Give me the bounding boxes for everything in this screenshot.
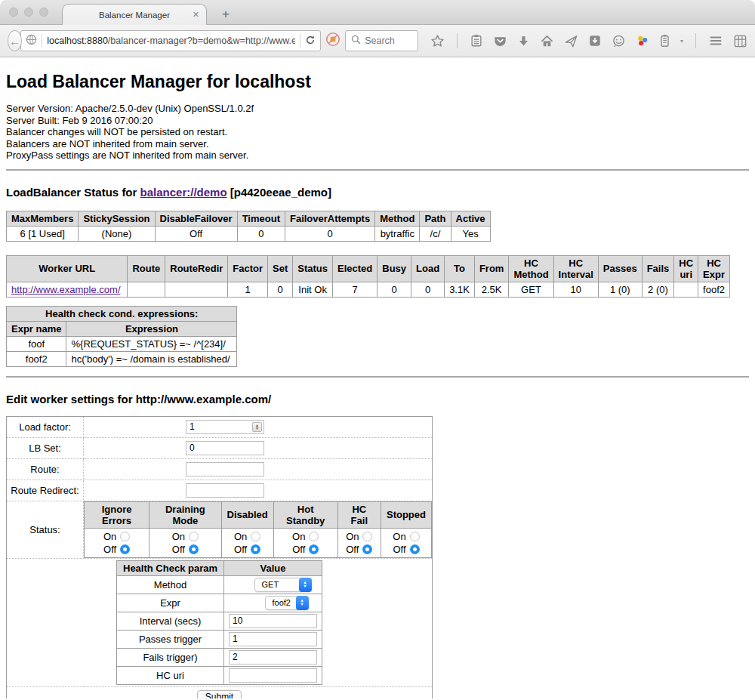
- persist-note-line: Balancer changes will NOT be persisted o…: [6, 126, 749, 138]
- cell-load: 0: [411, 282, 445, 297]
- tab-balancer-manager[interactable]: Balancer Manager ✕: [62, 4, 207, 25]
- send-plane-icon[interactable]: [564, 34, 578, 48]
- col-from: From: [474, 255, 509, 282]
- off-label: Off: [393, 543, 405, 556]
- edit-worker-heading: Edit worker settings for http://www.exam…: [6, 393, 749, 406]
- proxypass-note-line: ProxyPass settings are NOT inherited fro…: [6, 150, 749, 162]
- close-window-button[interactable]: [9, 8, 18, 17]
- cell-routeredir: [165, 282, 228, 297]
- reload-icon[interactable]: [305, 35, 316, 48]
- cell-status: Init Ok: [293, 282, 333, 297]
- server-version-line: Server Version: Apache/2.5.0-dev (Unix) …: [6, 103, 749, 115]
- route-input[interactable]: [186, 462, 264, 476]
- home-icon[interactable]: [540, 34, 554, 48]
- tab-close-icon[interactable]: ✕: [193, 10, 199, 19]
- interval-input[interactable]: [229, 614, 317, 628]
- globe-icon: [26, 34, 37, 48]
- passes-input[interactable]: [229, 632, 317, 646]
- route-redirect-input[interactable]: [186, 483, 264, 498]
- col-status: Status: [293, 255, 333, 282]
- menu-hamburger-icon[interactable]: [708, 34, 723, 48]
- hc-expr-row: Expr foof2 ▲▼: [117, 594, 322, 612]
- cell-busy: 0: [378, 282, 411, 297]
- health-check-table: Health Check param Value Method GET ▲▼: [116, 560, 322, 685]
- ignore-errors-off-radio[interactable]: [120, 544, 130, 554]
- bookmark-star-icon[interactable]: [430, 34, 445, 48]
- on-label: On: [234, 530, 247, 543]
- balancer-demo-link[interactable]: balancer://demo: [140, 186, 227, 199]
- search-input[interactable]: Search: [345, 30, 418, 51]
- lb-set-input[interactable]: [186, 441, 264, 455]
- status-heading-prefix: LoadBalancer Status for: [6, 186, 140, 199]
- cell-hc-interval: 10: [553, 282, 598, 297]
- col-expression: Expression: [66, 321, 237, 336]
- lb-set-row: LB Set:: [7, 437, 433, 458]
- window-controls[interactable]: [9, 8, 48, 17]
- hc-fail-on-radio[interactable]: [362, 532, 372, 541]
- off-label: Off: [234, 543, 247, 556]
- cell-disablefailover: Off: [155, 226, 237, 241]
- hot-standby-on-radio[interactable]: [309, 532, 319, 541]
- adblock-icon[interactable]: [325, 32, 341, 50]
- fails-input[interactable]: [229, 650, 317, 665]
- status-row: Status: Ignore Errors Draining Mode Disa…: [7, 501, 433, 558]
- reading-list-icon[interactable]: [470, 34, 483, 48]
- page-content: Load Balancer Manager for localhost Serv…: [0, 57, 755, 698]
- stopped-off-radio[interactable]: [410, 544, 420, 554]
- divider2: [6, 376, 749, 378]
- on-label: On: [292, 530, 305, 543]
- hc-fails-row: Fails trigger): [117, 648, 322, 666]
- tab-title: Balancer Manager: [99, 11, 170, 20]
- hot-standby-off-radio[interactable]: [309, 544, 319, 554]
- cell-passes: 1 (0): [598, 282, 642, 297]
- url-host: localhost:8880: [47, 35, 108, 46]
- draining-mode-on-radio[interactable]: [189, 532, 199, 541]
- toolbar-separator: [457, 33, 458, 48]
- hc-uri-input[interactable]: [229, 668, 317, 683]
- hc-uri-row: HC uri: [117, 666, 322, 684]
- chevron-down-icon[interactable]: ▾: [680, 38, 683, 45]
- off-label: Off: [103, 543, 116, 556]
- number-stepper-icon[interactable]: ▲▼: [252, 422, 262, 432]
- status-header-row: Ignore Errors Draining Mode Disabled Hot…: [85, 501, 432, 528]
- disabled-off-radio[interactable]: [251, 544, 260, 554]
- off-label: Off: [292, 543, 305, 556]
- url-text[interactable]: localhost:8880/balancer-manager?b=demo&w…: [47, 35, 295, 46]
- new-tab-button[interactable]: +: [217, 7, 234, 22]
- worker-url-link[interactable]: http://www.example.com/: [11, 284, 121, 295]
- ignore-errors-on-radio[interactable]: [120, 532, 130, 541]
- col-routeredir: RouteRedir: [165, 255, 228, 282]
- browser-window: Balancer Manager ✕ + ← localhost:8880/ba…: [0, 0, 755, 700]
- balancer-status-table: MaxMembers StickySession DisableFailover…: [6, 211, 491, 242]
- save-to-device-icon[interactable]: [588, 34, 602, 48]
- expr-select[interactable]: foof2 ▲▼: [265, 596, 309, 610]
- col-hc-expr: HC Expr: [698, 255, 730, 282]
- urlbar-divider2: [300, 34, 300, 48]
- col-route: Route: [128, 255, 165, 282]
- submit-button[interactable]: Submit: [197, 690, 242, 698]
- tab-bar: Balancer Manager ✕ +: [0, 0, 755, 25]
- urlbar-divider: [42, 34, 42, 48]
- hc-fail-off-radio[interactable]: [362, 544, 372, 554]
- server-built-line: Server Built: Feb 9 2016 07:00:20: [6, 115, 749, 127]
- off-label: Off: [172, 543, 185, 556]
- expr-table-title: Health check cond. expressions:: [7, 306, 237, 321]
- download-icon[interactable]: [517, 35, 530, 48]
- method-select[interactable]: GET ▲▼: [254, 578, 312, 592]
- cell-method: bytraffic: [375, 226, 420, 241]
- pocket-icon[interactable]: [493, 34, 507, 48]
- battery-status-icon[interactable]: [659, 34, 670, 48]
- disabled-on-radio[interactable]: [251, 532, 260, 541]
- draining-mode-off-radio[interactable]: [189, 544, 199, 554]
- cell-elected: 7: [333, 282, 378, 297]
- extension-colordots-icon[interactable]: [636, 34, 649, 48]
- feedback-smiley-icon[interactable]: [612, 34, 626, 48]
- minimize-window-button[interactable]: [24, 8, 33, 17]
- zoom-window-button[interactable]: [39, 8, 48, 17]
- col-path: Path: [420, 211, 451, 226]
- divider: [6, 169, 749, 171]
- url-bar[interactable]: localhost:8880/balancer-manager?b=demo&w…: [20, 30, 321, 51]
- tab-groups-icon[interactable]: [733, 34, 747, 48]
- stopped-on-radio[interactable]: [410, 532, 420, 541]
- col-method: Method: [375, 211, 420, 226]
